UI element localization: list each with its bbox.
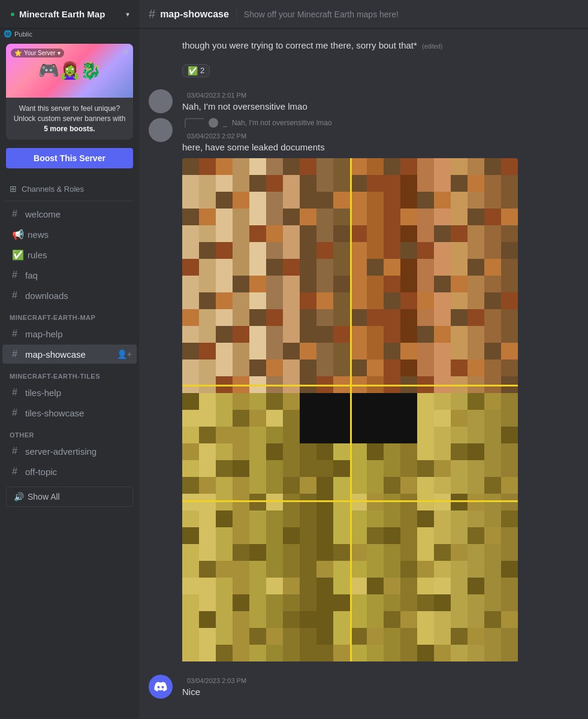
- message-text-3: here, have some leaked documents: [182, 141, 578, 154]
- boost-button[interactable]: Boost This Server: [6, 148, 133, 168]
- message-text-1: though you were trying to correct me the…: [182, 40, 578, 52]
- sidebar-item-tiles-showcase[interactable]: # tiles-showcase: [2, 403, 137, 422]
- channel-name-map-showcase: map-showcase: [25, 349, 86, 360]
- avatar: [149, 89, 173, 113]
- sidebar-item-server-advertising[interactable]: # server-advertising: [2, 442, 137, 461]
- server-status-icon: [10, 11, 16, 17]
- message-meta-3: ​ 03/04/2023 2:02 PM: [182, 130, 578, 140]
- channel-name-rules: rules: [28, 250, 47, 260]
- reaction-count: 2: [200, 66, 204, 75]
- messages-area: though you were trying to correct me the…: [139, 29, 588, 719]
- channel-name-downloads: downloads: [25, 291, 68, 301]
- server-title-group: Minecraft Earth Map: [10, 9, 105, 19]
- hash-icon-header: #: [149, 7, 155, 21]
- table-row: _ Nah, I'm not oversensitive lmao ​ 03/0…: [139, 117, 588, 668]
- channel-header-name: map-showcase: [160, 9, 229, 20]
- server-name: Minecraft Earth Map: [19, 9, 105, 19]
- check-icon: ✅: [12, 249, 24, 261]
- sidebar-item-downloads[interactable]: # downloads: [2, 286, 137, 305]
- message-meta-4: ​ 03/04/2023 2:03 PM: [182, 675, 578, 685]
- close-icon[interactable]: ✕: [122, 47, 129, 57]
- reply-quote: _ Nah, I'm not oversensitive lmao: [182, 118, 578, 128]
- channel-header-topic: Show off your Minecraft Earth maps here!: [244, 10, 399, 19]
- message-content-3: _ Nah, I'm not oversensitive lmao ​ 03/0…: [182, 118, 578, 667]
- category-other[interactable]: OTHER: [0, 423, 139, 441]
- star-icon: ⭐: [14, 50, 22, 56]
- chevron-icon: ▾: [58, 50, 61, 56]
- hash-icon-tiles-help: #: [12, 387, 22, 398]
- grid-icon: ⊞: [10, 184, 17, 194]
- quote-text: Nah, I'm not oversensitive lmao: [232, 119, 332, 127]
- promo-banner: ⭐ Your Server ▾ 🎮🧟‍♀️🐉: [6, 44, 133, 98]
- channel-divider: [5, 201, 134, 201]
- public-label: Public: [14, 31, 32, 38]
- channel-name-tiles-showcase: tiles-showcase: [25, 408, 84, 418]
- hash-icon-tiles-showcase: #: [12, 407, 22, 418]
- sidebar-item-off-topic[interactable]: # off-topic: [2, 462, 137, 481]
- sidebar-item-news[interactable]: 📢 news: [2, 225, 137, 244]
- message-timestamp-3: 03/04/2023 2:02 PM: [187, 132, 246, 140]
- channel-name-server-advertising: server-advertising: [25, 446, 97, 457]
- table-row: though you were trying to correct me the…: [139, 38, 588, 78]
- sidebar-item-map-showcase[interactable]: # map-showcase 👤+: [2, 345, 137, 364]
- add-member-icon[interactable]: 👤+: [117, 349, 132, 359]
- message-image[interactable]: [182, 158, 518, 664]
- promo-description: Want this server to feel unique? Unlock …: [6, 98, 133, 140]
- checkmark-emoji: ✅: [188, 66, 198, 75]
- channel-name-tiles-help: tiles-help: [25, 388, 61, 398]
- message-content-2: ​ 03/04/2023 2:01 PM Nah, I'm not overse…: [182, 89, 578, 113]
- image-canvas: [182, 158, 518, 661]
- chevron-down-icon: ▾: [126, 10, 129, 19]
- server-promo-card: ✕ ⭐ Your Server ▾ 🎮🧟‍♀️🐉 Want this serve…: [6, 44, 133, 140]
- table-row: ​ 03/04/2023 2:01 PM Nah, I'm not overse…: [139, 88, 588, 114]
- channels-roles-header[interactable]: ⊞ Channels & Roles: [0, 174, 139, 198]
- message-meta-2: ​ 03/04/2023 2:01 PM: [182, 89, 578, 99]
- promo-banner-label: ⭐ Your Server ▾: [11, 49, 64, 58]
- message-timestamp-4: 03/04/2023 2:03 PM: [187, 677, 246, 684]
- sidebar: Minecraft Earth Map ▾ 🌐 Public ✕ ⭐ Your …: [0, 0, 139, 719]
- message-text-2: Nah, I'm not oversensitive lmao: [182, 101, 578, 113]
- channel-name-off-topic: off-topic: [25, 467, 57, 477]
- category-minecraft-earth-map[interactable]: MINECRAFT-EARTH-MAP: [0, 306, 139, 324]
- quote-author: _: [223, 119, 227, 127]
- hash-icon: #: [12, 209, 22, 219]
- message-reaction-1[interactable]: ✅ 2: [182, 62, 578, 77]
- table-row: ​ 03/04/2023 2:03 PM Nice: [139, 670, 588, 700]
- speaker-icon: 🔊: [14, 492, 24, 502]
- channel-name-news: news: [28, 229, 49, 240]
- sidebar-item-welcome[interactable]: # welcome: [2, 204, 137, 223]
- channel-name-map-help: map-help: [25, 329, 63, 339]
- message-content-4: ​ 03/04/2023 2:03 PM Nice: [182, 675, 578, 699]
- show-all-label: Show All: [28, 492, 60, 502]
- channel-header: # map-showcase Show off your Minecraft E…: [139, 0, 588, 29]
- message-text-4: Nice: [182, 686, 578, 699]
- channel-name-faq: faq: [25, 270, 38, 280]
- header-divider: [236, 7, 237, 22]
- sidebar-item-map-help[interactable]: # map-help: [2, 324, 137, 343]
- hash-icon-faq: #: [12, 270, 22, 280]
- hash-icon-map-showcase: #: [12, 349, 22, 360]
- avatar: [149, 118, 173, 142]
- channel-name-welcome: welcome: [25, 209, 61, 219]
- avatar: [149, 675, 173, 699]
- message-timestamp-2: 03/04/2023 2:01 PM: [187, 92, 246, 99]
- hash-icon-map-help: #: [12, 328, 22, 339]
- main-content: # map-showcase Show off your Minecraft E…: [139, 0, 588, 719]
- sidebar-item-rules[interactable]: ✅ rules: [2, 245, 137, 264]
- megaphone-icon: 📢: [12, 229, 24, 240]
- hash-icon-downloads: #: [12, 290, 22, 301]
- promo-artwork: 🎮🧟‍♀️🐉: [38, 62, 101, 79]
- server-header[interactable]: Minecraft Earth Map ▾: [0, 0, 139, 29]
- public-badge: 🌐 Public: [0, 29, 139, 39]
- sidebar-item-tiles-help[interactable]: # tiles-help: [2, 383, 137, 402]
- channels-roles-label: Channels & Roles: [22, 185, 84, 194]
- category-minecraft-earth-tiles[interactable]: MINECRAFT-EARTH-TILES: [0, 364, 139, 382]
- hash-icon-off-topic: #: [12, 466, 22, 477]
- sidebar-item-faq[interactable]: # faq: [2, 265, 137, 285]
- hash-icon-server-advertising: #: [12, 446, 22, 457]
- show-all-button[interactable]: 🔊 Show All: [6, 487, 133, 507]
- globe-icon: 🌐: [4, 30, 12, 38]
